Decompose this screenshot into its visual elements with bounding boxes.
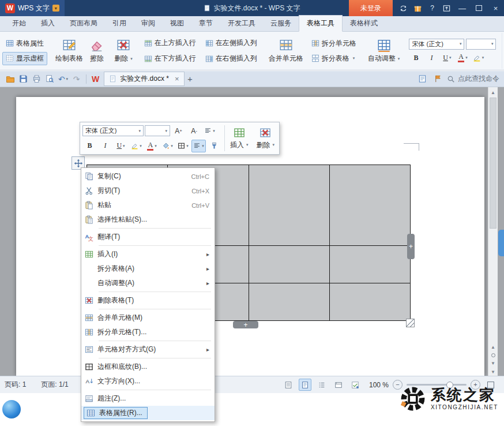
wps-menu-button[interactable]: W WPS 文字 ▾ [0, 0, 65, 16]
tab-dev-tools[interactable]: 开发工具 [220, 16, 263, 31]
font-name-select[interactable]: 宋体 (正文) ▾ [409, 39, 464, 50]
table-cell[interactable] [330, 283, 410, 320]
show-gridlines-button[interactable]: 显示虚框 [2, 52, 47, 65]
previous-page-button[interactable]: ▲ [491, 345, 495, 350]
mini-align-button[interactable]: ▾ [191, 140, 206, 152]
scrollbar-thumb[interactable] [490, 98, 497, 229]
font-size-select[interactable]: ▾ [466, 39, 496, 50]
mini-delete-button[interactable]: 删除▾ [253, 123, 279, 154]
insert-column-handle[interactable]: + [407, 234, 415, 259]
mini-borders-button[interactable]: ▾ [176, 140, 190, 152]
undo-button[interactable]: ↶▾ [57, 73, 70, 85]
context-menu-item-cut[interactable]: 剪切(T)Ctrl+X [81, 184, 215, 198]
mini-insert-button[interactable]: 插入▾ [226, 123, 253, 154]
mini-highlight-button[interactable]: ▾ [129, 140, 144, 152]
delete-button[interactable]: 删除▾ [111, 33, 136, 69]
autofit-button[interactable]: 自动调整▾ [364, 33, 404, 69]
split-table-button[interactable]: 拆分表格 ▾ [308, 52, 360, 65]
minimize-button[interactable]: — [454, 0, 471, 16]
underline-button[interactable]: U▾ [440, 53, 454, 63]
print-icon[interactable] [30, 73, 43, 85]
shrink-font-button[interactable]: A- [187, 125, 201, 137]
vertical-scrollbar[interactable]: ▲ ▲ ▼ ▼ [488, 87, 498, 376]
mini-bold-button[interactable]: B [82, 140, 97, 152]
flag-icon[interactable] [431, 73, 445, 85]
tab-review[interactable]: 审阅 [134, 16, 163, 31]
sync-icon[interactable] [396, 0, 411, 16]
tab-cloud-service[interactable]: 云服务 [263, 16, 299, 31]
context-menu-item-insert[interactable]: 插入(I)▸ [81, 247, 215, 261]
mini-font-name-select[interactable]: 宋体 (正文) ▾ [82, 125, 144, 136]
insert-col-left-button[interactable]: 在左侧插入列 [202, 36, 261, 50]
table-cell[interactable] [249, 246, 329, 283]
context-menu-item-borders-shading[interactable]: 边框和底纹(B)... [81, 360, 215, 374]
table-cell[interactable] [249, 283, 329, 320]
tab-page-layout[interactable]: 页面布局 [62, 16, 105, 31]
close-tab-icon[interactable]: × [175, 74, 179, 83]
tab-references[interactable]: 引用 [105, 16, 134, 31]
merge-cells-button[interactable]: 合并单元格 [265, 33, 307, 69]
line-spacing-button[interactable]: ▾ [202, 125, 217, 137]
next-page-button[interactable]: ▼ [491, 361, 495, 366]
table-cell[interactable] [330, 165, 410, 245]
context-menu-item-split-table[interactable]: 拆分表格(A)▸ [81, 261, 215, 276]
insert-col-right-button[interactable]: 在右侧插入列 [202, 52, 261, 65]
context-menu-item-merge-cells[interactable]: 合并单元格(M) [81, 311, 215, 325]
context-menu-item-translate[interactable]: A文翻译(T) [81, 230, 215, 244]
web-view-icon[interactable] [332, 379, 345, 391]
side-panel-handle[interactable] [498, 230, 504, 256]
page-view-icon[interactable] [299, 379, 311, 391]
login-button[interactable]: 未登录 [349, 0, 393, 16]
grow-font-button[interactable]: A+ [171, 125, 186, 137]
table-resize-handle[interactable] [406, 319, 415, 327]
save-icon[interactable] [17, 73, 30, 85]
context-menu-item-cell-alignment[interactable]: 单元格对齐方式(G)▸ [81, 342, 215, 357]
insert-row-below-button[interactable]: 在下方插入行 [141, 52, 200, 65]
context-menu-item-paste[interactable]: 粘贴Ctrl+V [81, 198, 215, 212]
tab-home[interactable]: 开始 [5, 16, 33, 31]
insert-row-above-button[interactable]: 在上方插入行 [141, 36, 200, 50]
font-color-button[interactable]: A▾ [456, 53, 469, 63]
context-menu-item-autofit[interactable]: 自动调整(A)▸ [81, 276, 215, 290]
context-menu-item-text-direction[interactable]: A文字方向(X)... [81, 374, 215, 388]
context-menu-item-copy[interactable]: 复制(C)Ctrl+C [81, 169, 215, 184]
tab-view[interactable]: 视图 [163, 16, 191, 31]
find-command[interactable]: 点此查找命令 [447, 74, 501, 84]
context-menu-item-split-cells[interactable]: 拆分单元格(T)... [81, 325, 215, 339]
new-tab-button[interactable]: + [185, 73, 196, 85]
taskbar-app-icon[interactable] [2, 400, 21, 418]
mini-font-color-button[interactable]: A▾ [145, 140, 159, 152]
insert-row-handle[interactable]: + [233, 321, 258, 328]
scroll-up-arrow[interactable]: ▲ [488, 88, 498, 96]
document-tab[interactable]: 实验文件.docx * × [104, 72, 184, 86]
tab-table-style[interactable]: 表格样式 [343, 16, 385, 31]
gift-icon[interactable] [411, 0, 425, 16]
context-menu-item-table-properties[interactable]: 表格属性(R)... [81, 406, 215, 420]
bold-button[interactable]: B [409, 53, 423, 63]
tab-table-tools[interactable]: 表格工具 [299, 15, 343, 32]
table-properties-button[interactable]: 表格属性 [2, 37, 47, 50]
close-button[interactable]: × [487, 0, 504, 16]
toolbox-icon[interactable] [439, 0, 454, 16]
context-menu-item-delete-table[interactable]: 删除表格(T) [81, 293, 215, 308]
mini-font-size-select[interactable]: ▾ [145, 125, 170, 136]
table-cell[interactable] [249, 165, 329, 245]
italic-button[interactable]: I [424, 53, 438, 63]
select-browse-object-button[interactable] [491, 353, 495, 357]
table-cell[interactable] [330, 246, 410, 283]
highlight-button[interactable]: ▾ [471, 53, 485, 63]
mini-shading-button[interactable]: ▾ [160, 140, 175, 152]
context-menu-item-caption[interactable]: 题注(Z)... [81, 391, 215, 406]
help-icon[interactable]: ? [425, 0, 439, 16]
maximize-button[interactable] [471, 0, 487, 16]
mini-italic-button[interactable]: I [98, 140, 112, 152]
proofread-icon[interactable] [349, 379, 362, 391]
normal-view-icon[interactable] [282, 379, 295, 391]
print-preview-icon[interactable] [43, 73, 57, 85]
eraser-button[interactable]: 擦除 [86, 33, 107, 69]
tab-section[interactable]: 章节 [191, 16, 220, 31]
redo-button[interactable]: ↷ [70, 73, 83, 85]
format-painter-button[interactable] [207, 140, 221, 152]
context-menu-item-paste-special[interactable]: 选择性粘贴(S)... [81, 212, 215, 227]
split-cells-button[interactable]: 拆分单元格 [308, 37, 360, 50]
